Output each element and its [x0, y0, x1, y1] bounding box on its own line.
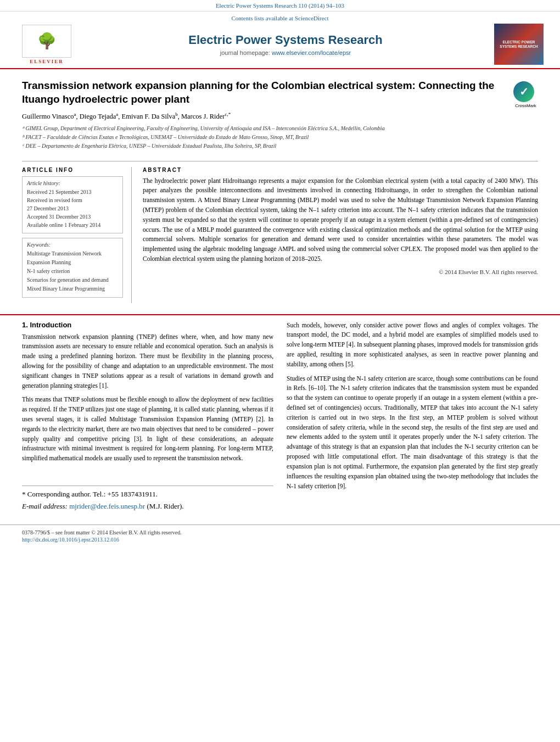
article-info-abstract: ARTICLE INFO Article history: Received 2… [22, 161, 538, 303]
section1-para3: Such models, however, only consider acti… [287, 321, 538, 370]
crossmark-icon[interactable]: ✓ [513, 81, 534, 102]
email-note: E-mail address: mjrider@dee.feis.unesp.b… [22, 501, 273, 511]
author-b: Diego Tejada [80, 113, 116, 121]
article-title: Transmission network expansion planning … [22, 79, 502, 106]
corresponding-author: * Corresponding author. Tel.: +55 183743… [22, 489, 273, 499]
article-footer: 0378-7796/$ – see front matter © 2014 El… [0, 525, 560, 547]
abstract-heading: ABSTRACT [143, 167, 538, 173]
sciencedirect-link[interactable]: ScienceDirect [295, 15, 329, 21]
body-right: Such models, however, only consider acti… [287, 321, 538, 514]
elsevier-tree-icon: 🌳 [37, 34, 57, 49]
section1-para1: Transmission network expansion planning … [22, 332, 273, 391]
journal-citation-link[interactable]: Electric Power Systems Research 110 (201… [216, 2, 344, 9]
affiliations: ᵃ GIMEL Group, Department of Electrical … [22, 125, 502, 150]
article-info-section: ARTICLE INFO Article history: Received 2… [22, 167, 123, 298]
abstract-text: The hydroelectric power plant Hidroituan… [143, 176, 538, 264]
accepted-date: Accepted 31 December 2013 [27, 213, 118, 221]
main-body: 1. Introduction Transmission network exp… [0, 314, 560, 525]
email-link[interactable]: mjrider@dee.feis.unesp.br [69, 502, 145, 510]
article-title-text: Transmission network expansion planning … [22, 79, 502, 155]
crossmark-label: CrossMark [513, 103, 538, 108]
homepage-url-link[interactable]: www.elsevier.com/locate/epsr [272, 49, 351, 56]
available-date: Available online 1 February 2014 [27, 221, 118, 229]
homepage-label: journal homepage: [220, 49, 270, 56]
section1-heading: Introduction [30, 321, 71, 329]
received-date: Received 21 September 2013 [27, 188, 118, 196]
keyword-4: Scenarios for generation and demand [27, 276, 118, 284]
email-name: (M.J. Rider). [147, 502, 183, 510]
affil-a: ᵃ GIMEL Group, Department of Electrical … [22, 125, 502, 132]
journal-header-inner: 🌳 ELSEVIER Electric Power Systems Resear… [16, 24, 544, 65]
right-col: ABSTRACT The hydroelectric power plant H… [143, 167, 538, 303]
article-title-section: Transmission network expansion planning … [22, 79, 538, 155]
left-col: ARTICLE INFO Article history: Received 2… [22, 167, 132, 303]
keyword-5: Mixed Binary Linear Programming [27, 285, 118, 293]
author-a: Guillermo Vinasco [22, 113, 74, 121]
journal-title: Electric Power Systems Research [88, 33, 483, 47]
section1-para2: This means that TNEP solutions must be f… [22, 395, 273, 464]
author-d: Marcos J. Rider [181, 113, 225, 121]
crossmark[interactable]: ✓ CrossMark [513, 81, 538, 103]
footnote-area: * Corresponding author. Tel.: +55 183743… [22, 486, 273, 511]
article-info-heading: ARTICLE INFO [22, 167, 123, 173]
contents-available: Contents lists available at ScienceDirec… [16, 12, 544, 24]
journal-title-center: Electric Power Systems Research journal … [77, 33, 494, 56]
author-a-sup: a [74, 111, 76, 117]
page-wrapper: Electric Power Systems Research 110 (201… [0, 0, 560, 742]
authors-line: Guillermo Vinascoa, Diego Tejadaa, Emiva… [22, 111, 502, 121]
affil-c: ᶜ DEE – Departamento de Engenharia Elétr… [22, 142, 502, 150]
contents-text: Contents lists available at [231, 15, 293, 21]
email-label: E-mail address: [22, 502, 68, 510]
author-c-sup: b [175, 111, 178, 117]
section1-number: 1. [22, 321, 28, 329]
keywords-title: Keywords: [27, 242, 118, 248]
body-left: 1. Introduction Transmission network exp… [22, 321, 273, 514]
elsevier-logo: 🌳 ELSEVIER [16, 25, 77, 64]
history-title: Article history: [27, 180, 118, 186]
affil-b: ᵇ FACET – Faculdade de Ciências Exatas e… [22, 133, 502, 141]
author-d-sup: c,* [225, 111, 231, 117]
elsevier-label: ELSEVIER [30, 59, 64, 64]
copyright-line: © 2014 Elsevier B.V. All rights reserved… [143, 269, 538, 275]
journal-header: Contents lists available at ScienceDirec… [0, 12, 560, 69]
keywords-section: Keywords: Multistage Transmission Networ… [22, 238, 123, 298]
keyword-1: Multistage Transmission Network [27, 250, 118, 258]
received-revised-label: Received in revised form [27, 197, 118, 204]
journal-cover: ELECTRIC POWER SYSTEMS RESEARCH [494, 24, 544, 65]
footer-issn: 0378-7796/$ – see front matter © 2014 El… [22, 529, 538, 535]
keyword-3: N-1 safety criterion [27, 267, 118, 275]
elsevier-logo-img: 🌳 [22, 25, 71, 58]
section1-title: 1. Introduction [22, 321, 273, 329]
article-content: Transmission network expansion planning … [0, 69, 560, 309]
revised-date: 27 December 2013 [27, 205, 118, 213]
doi-link[interactable]: http://dx.doi.org/10.1016/j.epsr.2013.12… [22, 537, 119, 543]
keyword-2: Expansion Planning [27, 259, 118, 266]
abstract-section: ABSTRACT The hydroelectric power plant H… [143, 167, 538, 275]
author-b-sup: a [116, 111, 118, 117]
article-history: Article history: Received 21 September 2… [22, 176, 123, 233]
author-c: Emivan F. Da Silva [122, 113, 176, 121]
cover-title: ELECTRIC POWER SYSTEMS RESEARCH [500, 40, 537, 49]
journal-citation-bar: Electric Power Systems Research 110 (201… [0, 0, 560, 12]
footer-doi: http://dx.doi.org/10.1016/j.epsr.2013.12… [22, 537, 538, 543]
section1-para4: Studies of MTEP using the N-1 safety cri… [287, 374, 538, 492]
journal-homepage: journal homepage: www.elsevier.com/locat… [88, 49, 483, 56]
two-col-body: 1. Introduction Transmission network exp… [22, 321, 538, 514]
